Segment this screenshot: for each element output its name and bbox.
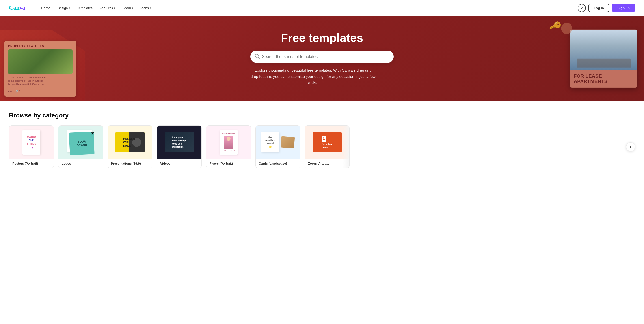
category-label-cards: Cards (Landscape) bbox=[256, 159, 300, 168]
chevron-right-icon: › bbox=[630, 145, 631, 149]
deco-keys-icon: 🔑 bbox=[548, 19, 562, 33]
scroll-right-button[interactable]: › bbox=[626, 142, 635, 151]
search-input[interactable] bbox=[262, 54, 389, 59]
svg-line-3 bbox=[258, 57, 260, 59]
category-thumb-logos: YOURBRAND ✉ bbox=[58, 126, 103, 159]
category-label-presentations: Presentations (16:9) bbox=[108, 159, 152, 168]
category-thumb-flyers: IVY TURNS 20! celebrate with us! bbox=[206, 126, 251, 159]
category-card-presentations[interactable]: PRESENTWITHEASE Presentations (16:9) bbox=[108, 125, 152, 168]
browse-section: Browse by category Count THE Smiles ✦ bbox=[0, 101, 644, 179]
category-thumb-presentations: PRESENTWITHEASE bbox=[108, 126, 152, 159]
category-label-zoom: Zoom Virtua... bbox=[305, 159, 349, 168]
hero-card-property: PROPERTY FEATURES This luxurious four-be… bbox=[4, 41, 76, 97]
hero-card-property-details: This luxurious four-bedroom homeis the e… bbox=[8, 76, 72, 93]
category-label-videos: Videos bbox=[157, 159, 202, 168]
hero-title: Free templates bbox=[250, 31, 394, 44]
hero-card-lease-title: FOR LEASE APARTMENTS bbox=[574, 73, 634, 84]
navbar: Can va Home Design ▾ Templates Features … bbox=[0, 0, 644, 16]
login-button[interactable]: Log in bbox=[588, 4, 609, 12]
hero-card-lease-text: FOR LEASE APARTMENTS bbox=[570, 70, 637, 88]
hero-section: PROPERTY FEATURES This luxurious four-be… bbox=[0, 16, 644, 101]
category-thumb-videos: Clear yourmind throughyoga andmeditation… bbox=[157, 126, 202, 159]
category-card-cards[interactable]: Saysomethingspecial 🌟 Cards (Landscape) bbox=[256, 125, 300, 168]
category-grid: Count THE Smiles ✦ ✦ Posters (Portrait) bbox=[9, 125, 635, 168]
category-label-flyers: Flyers (Portrait) bbox=[206, 159, 251, 168]
help-button[interactable]: ? bbox=[578, 4, 586, 12]
svg-text:Can: Can bbox=[9, 4, 20, 11]
signup-button[interactable]: Sign up bbox=[612, 4, 635, 12]
nav-plans[interactable]: Plans ▾ bbox=[137, 4, 154, 12]
category-thumb-zoom: 1 Schedule board bbox=[305, 126, 349, 159]
chevron-down-icon: ▾ bbox=[132, 6, 133, 9]
nav-home[interactable]: Home bbox=[38, 4, 53, 12]
category-thumb-cards: Saysomethingspecial 🌟 bbox=[256, 126, 300, 159]
logo[interactable]: Can va bbox=[9, 3, 29, 12]
search-bar bbox=[250, 51, 394, 63]
search-icon bbox=[255, 54, 260, 60]
nav-learn[interactable]: Learn ▾ bbox=[119, 4, 136, 12]
nav-templates[interactable]: Templates bbox=[74, 4, 96, 12]
category-label-posters: Posters (Portrait) bbox=[9, 159, 54, 168]
chevron-down-icon: ▾ bbox=[114, 6, 115, 9]
hero-content: Free templates Explore thousands of beau… bbox=[250, 31, 394, 86]
category-card-flyers[interactable]: IVY TURNS 20! celebrate with us! Flyers … bbox=[206, 125, 251, 168]
hero-card-property-title: PROPERTY FEATURES bbox=[8, 44, 72, 48]
nav-links: Home Design ▾ Templates Features ▾ Learn… bbox=[38, 4, 578, 12]
category-thumb-posters: Count THE Smiles ✦ ✦ bbox=[9, 126, 54, 159]
hero-card-property-image bbox=[8, 49, 72, 74]
hero-subtitle: Explore thousands of beautiful free temp… bbox=[250, 67, 376, 86]
category-card-zoom[interactable]: 1 Schedule board Zoom Virtua... bbox=[305, 125, 350, 168]
category-card-videos[interactable]: Clear yourmind throughyoga andmeditation… bbox=[157, 125, 202, 168]
deco-circle bbox=[561, 23, 572, 34]
chevron-down-icon: ▾ bbox=[69, 6, 70, 9]
hero-card-lease: FOR LEASE APARTMENTS bbox=[570, 29, 637, 88]
category-card-logos[interactable]: YOURBRAND ✉ Logos bbox=[58, 125, 103, 168]
browse-title: Browse by category bbox=[9, 112, 635, 119]
nav-features[interactable]: Features ▾ bbox=[96, 4, 118, 12]
nav-design[interactable]: Design ▾ bbox=[54, 4, 73, 12]
category-grid-wrapper: Count THE Smiles ✦ ✦ Posters (Portrait) bbox=[9, 125, 635, 168]
svg-text:va: va bbox=[19, 4, 25, 11]
category-label-logos: Logos bbox=[58, 159, 103, 168]
chevron-down-icon: ▾ bbox=[150, 6, 151, 9]
category-card-posters[interactable]: Count THE Smiles ✦ ✦ Posters (Portrait) bbox=[9, 125, 54, 168]
hero-card-lease-image bbox=[570, 29, 637, 70]
nav-right: ? Log in Sign up bbox=[578, 4, 635, 12]
